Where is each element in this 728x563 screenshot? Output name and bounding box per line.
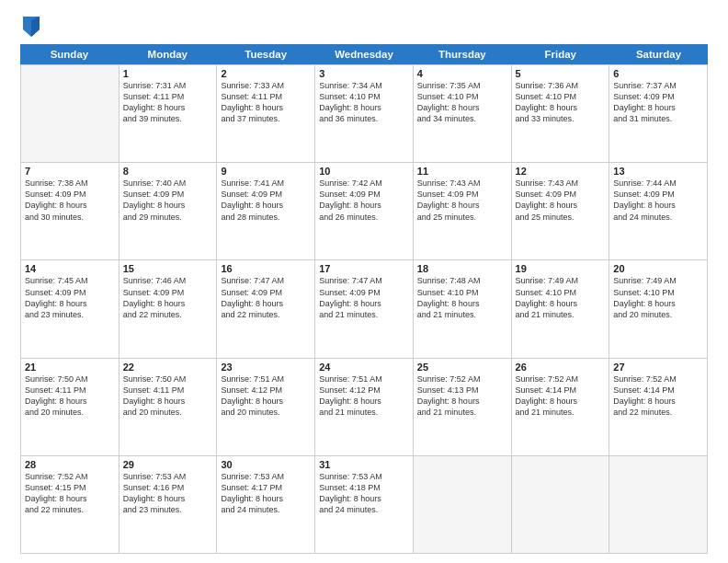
header-day: Friday	[511, 44, 609, 64]
calendar-row: 21Sunrise: 7:50 AM Sunset: 4:11 PM Dayli…	[21, 358, 708, 455]
day-number: 31	[319, 459, 409, 470]
cell-info: Sunrise: 7:43 AM Sunset: 4:09 PM Dayligh…	[516, 178, 606, 223]
day-number: 8	[123, 166, 213, 177]
calendar-cell: 1Sunrise: 7:31 AM Sunset: 4:11 PM Daylig…	[119, 65, 218, 162]
day-number: 2	[221, 68, 311, 79]
calendar-cell: 2Sunrise: 7:33 AM Sunset: 4:11 PM Daylig…	[217, 65, 315, 162]
cell-info: Sunrise: 7:49 AM Sunset: 4:10 PM Dayligh…	[613, 275, 703, 320]
logo	[20, 17, 41, 37]
day-number: 1	[123, 68, 213, 79]
cell-info: Sunrise: 7:52 AM Sunset: 4:15 PM Dayligh…	[25, 471, 115, 516]
day-number: 19	[516, 263, 606, 274]
cell-info: Sunrise: 7:50 AM Sunset: 4:11 PM Dayligh…	[25, 373, 115, 419]
calendar-row: 14Sunrise: 7:45 AM Sunset: 4:09 PM Dayli…	[21, 259, 708, 357]
calendar-cell	[512, 456, 610, 553]
day-number: 21	[25, 362, 115, 373]
cell-info: Sunrise: 7:34 AM Sunset: 4:10 PM Dayligh…	[319, 80, 409, 125]
calendar-cell: 20Sunrise: 7:49 AM Sunset: 4:10 PM Dayli…	[609, 260, 708, 357]
cell-info: Sunrise: 7:50 AM Sunset: 4:11 PM Dayligh…	[123, 373, 213, 419]
cell-info: Sunrise: 7:47 AM Sunset: 4:09 PM Dayligh…	[221, 275, 311, 320]
cell-info: Sunrise: 7:43 AM Sunset: 4:09 PM Dayligh…	[417, 178, 507, 223]
day-number: 4	[417, 68, 507, 79]
cell-info: Sunrise: 7:48 AM Sunset: 4:10 PM Dayligh…	[417, 275, 507, 320]
calendar-cell: 11Sunrise: 7:43 AM Sunset: 4:09 PM Dayli…	[414, 163, 512, 259]
calendar-cell: 25Sunrise: 7:52 AM Sunset: 4:13 PM Dayli…	[414, 359, 512, 455]
header	[20, 17, 708, 37]
day-number: 18	[417, 263, 507, 274]
calendar-row: 1Sunrise: 7:31 AM Sunset: 4:11 PM Daylig…	[21, 64, 708, 162]
cell-info: Sunrise: 7:33 AM Sunset: 4:11 PM Dayligh…	[221, 80, 311, 125]
calendar-cell: 8Sunrise: 7:40 AM Sunset: 4:09 PM Daylig…	[119, 163, 218, 259]
calendar-cell: 28Sunrise: 7:52 AM Sunset: 4:15 PM Dayli…	[21, 456, 119, 553]
day-number: 27	[613, 362, 703, 373]
calendar-cell: 12Sunrise: 7:43 AM Sunset: 4:09 PM Dayli…	[512, 163, 610, 259]
day-number: 7	[25, 166, 115, 177]
day-number: 15	[123, 263, 213, 274]
header-day: Thursday	[413, 44, 511, 64]
cell-info: Sunrise: 7:52 AM Sunset: 4:14 PM Dayligh…	[516, 373, 606, 419]
calendar-cell: 16Sunrise: 7:47 AM Sunset: 4:09 PM Dayli…	[217, 260, 315, 357]
day-number: 17	[319, 263, 409, 274]
calendar-cell: 17Sunrise: 7:47 AM Sunset: 4:09 PM Dayli…	[315, 260, 414, 357]
day-number: 5	[516, 68, 606, 79]
day-number: 29	[123, 459, 213, 470]
day-number: 26	[516, 362, 606, 373]
cell-info: Sunrise: 7:36 AM Sunset: 4:10 PM Dayligh…	[516, 80, 606, 125]
day-number: 20	[613, 263, 703, 274]
calendar-cell: 18Sunrise: 7:48 AM Sunset: 4:10 PM Dayli…	[414, 260, 512, 357]
cell-info: Sunrise: 7:53 AM Sunset: 4:18 PM Dayligh…	[319, 471, 409, 516]
cell-info: Sunrise: 7:51 AM Sunset: 4:12 PM Dayligh…	[221, 373, 311, 419]
calendar-cell: 7Sunrise: 7:38 AM Sunset: 4:09 PM Daylig…	[21, 163, 119, 259]
cell-info: Sunrise: 7:46 AM Sunset: 4:09 PM Dayligh…	[123, 275, 213, 320]
header-day: Wednesday	[315, 44, 414, 64]
calendar-row: 28Sunrise: 7:52 AM Sunset: 4:15 PM Dayli…	[21, 455, 708, 553]
cell-info: Sunrise: 7:51 AM Sunset: 4:12 PM Dayligh…	[319, 373, 409, 419]
calendar-row: 7Sunrise: 7:38 AM Sunset: 4:09 PM Daylig…	[21, 162, 708, 259]
calendar-cell: 24Sunrise: 7:51 AM Sunset: 4:12 PM Dayli…	[315, 359, 414, 455]
logo-icon	[23, 17, 40, 37]
day-number: 28	[25, 459, 115, 470]
calendar-cell: 6Sunrise: 7:37 AM Sunset: 4:09 PM Daylig…	[609, 65, 708, 162]
calendar-cell: 9Sunrise: 7:41 AM Sunset: 4:09 PM Daylig…	[217, 163, 315, 259]
calendar-cell: 14Sunrise: 7:45 AM Sunset: 4:09 PM Dayli…	[21, 260, 119, 357]
cell-info: Sunrise: 7:37 AM Sunset: 4:09 PM Dayligh…	[613, 80, 703, 125]
calendar-header: SundayMondayTuesdayWednesdayThursdayFrid…	[20, 44, 708, 64]
cell-info: Sunrise: 7:44 AM Sunset: 4:09 PM Dayligh…	[613, 178, 703, 223]
cell-info: Sunrise: 7:47 AM Sunset: 4:09 PM Dayligh…	[319, 275, 409, 320]
cell-info: Sunrise: 7:38 AM Sunset: 4:09 PM Dayligh…	[25, 178, 115, 223]
calendar-cell: 21Sunrise: 7:50 AM Sunset: 4:11 PM Dayli…	[21, 359, 119, 455]
calendar-cell: 10Sunrise: 7:42 AM Sunset: 4:09 PM Dayli…	[315, 163, 414, 259]
day-number: 24	[319, 362, 409, 373]
day-number: 22	[123, 362, 213, 373]
cell-info: Sunrise: 7:42 AM Sunset: 4:09 PM Dayligh…	[319, 178, 409, 223]
day-number: 30	[221, 459, 311, 470]
calendar-cell: 30Sunrise: 7:53 AM Sunset: 4:17 PM Dayli…	[217, 456, 315, 553]
calendar-cell: 5Sunrise: 7:36 AM Sunset: 4:10 PM Daylig…	[512, 65, 610, 162]
calendar-cell: 19Sunrise: 7:49 AM Sunset: 4:10 PM Dayli…	[512, 260, 610, 357]
calendar-cell: 26Sunrise: 7:52 AM Sunset: 4:14 PM Dayli…	[512, 359, 610, 455]
day-number: 9	[221, 166, 311, 177]
cell-info: Sunrise: 7:40 AM Sunset: 4:09 PM Dayligh…	[123, 178, 213, 223]
header-day: Monday	[119, 44, 217, 64]
day-number: 12	[516, 166, 606, 177]
calendar-cell	[21, 65, 119, 162]
day-number: 11	[417, 166, 507, 177]
calendar-cell: 27Sunrise: 7:52 AM Sunset: 4:14 PM Dayli…	[609, 359, 708, 455]
page: SundayMondayTuesdayWednesdayThursdayFrid…	[0, 0, 728, 563]
calendar-cell	[609, 456, 708, 553]
day-number: 25	[417, 362, 507, 373]
calendar-cell: 4Sunrise: 7:35 AM Sunset: 4:10 PM Daylig…	[414, 65, 512, 162]
day-number: 6	[613, 68, 703, 79]
day-number: 16	[221, 263, 311, 274]
header-day: Saturday	[609, 44, 708, 64]
cell-info: Sunrise: 7:31 AM Sunset: 4:11 PM Dayligh…	[123, 80, 213, 125]
calendar-cell: 31Sunrise: 7:53 AM Sunset: 4:18 PM Dayli…	[315, 456, 414, 553]
calendar-cell: 23Sunrise: 7:51 AM Sunset: 4:12 PM Dayli…	[217, 359, 315, 455]
calendar-cell: 15Sunrise: 7:46 AM Sunset: 4:09 PM Dayli…	[119, 260, 218, 357]
header-day: Sunday	[20, 44, 119, 64]
cell-info: Sunrise: 7:52 AM Sunset: 4:14 PM Dayligh…	[613, 373, 703, 419]
cell-info: Sunrise: 7:53 AM Sunset: 4:17 PM Dayligh…	[221, 471, 311, 516]
calendar-cell: 22Sunrise: 7:50 AM Sunset: 4:11 PM Dayli…	[119, 359, 218, 455]
day-number: 23	[221, 362, 311, 373]
calendar-cell: 29Sunrise: 7:53 AM Sunset: 4:16 PM Dayli…	[119, 456, 218, 553]
